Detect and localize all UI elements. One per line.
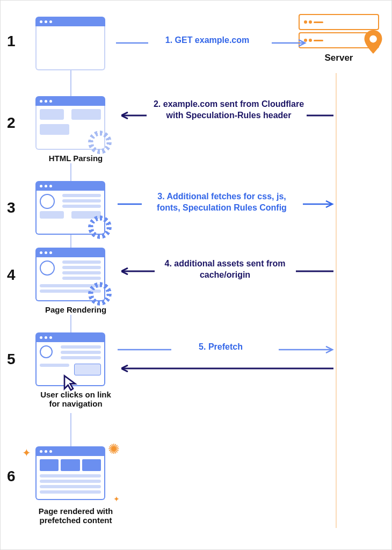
step-number-6: 6 <box>7 468 16 485</box>
connector-2-3 <box>70 163 71 181</box>
arrow-label-5: 5. Prefetch <box>180 342 261 353</box>
server-vertical-line <box>336 73 337 528</box>
caption-4: Page Rendering <box>35 305 116 314</box>
arrow-label-4: 4. additional assets sent from cache/ori… <box>161 258 289 281</box>
sparkle-icon: ✦ <box>22 446 31 459</box>
step-number-4: 4 <box>7 266 16 284</box>
browser-step-3 <box>35 181 105 235</box>
browser-step-4 <box>35 248 105 301</box>
arrow-label-3: 3. Additional fetches for css, js, fonts… <box>147 191 297 214</box>
map-pin-icon <box>364 30 382 54</box>
browser-step-2 <box>35 96 105 150</box>
arrow-left-dark-5 <box>121 365 336 372</box>
connector-1-2 <box>70 70 71 96</box>
cursor-icon <box>62 374 79 392</box>
connector-5-6 <box>70 413 71 446</box>
browser-step-1 <box>35 17 105 70</box>
svg-point-0 <box>369 35 377 43</box>
arrow-label-1: 1. GET example.com <box>154 35 261 46</box>
sparkle-icon: ✦ <box>113 495 120 503</box>
connector-3-4 <box>70 235 71 248</box>
caption-5: User clicks on link for navigation <box>35 390 116 408</box>
step-number-1: 1 <box>7 33 16 50</box>
loading-spinner-icon <box>88 131 112 154</box>
server-label: Server <box>299 53 379 63</box>
caption-6: Page rendered with prefetched content <box>27 506 124 525</box>
caption-2: HTML Parsing <box>35 154 116 163</box>
loading-spinner-icon <box>88 282 112 306</box>
browser-step-6 <box>35 446 105 500</box>
connector-4-5 <box>70 315 71 332</box>
sparkle-icon: ✺ <box>108 441 120 458</box>
server-icon: Server <box>299 14 379 63</box>
step-number-3: 3 <box>7 199 16 216</box>
step-number-5: 5 <box>7 351 16 368</box>
browser-step-5 <box>35 332 105 386</box>
step-number-2: 2 <box>7 114 16 132</box>
loading-spinner-icon <box>88 215 112 239</box>
arrow-label-2: 2. example.com sent from Cloudflare with… <box>151 99 307 121</box>
